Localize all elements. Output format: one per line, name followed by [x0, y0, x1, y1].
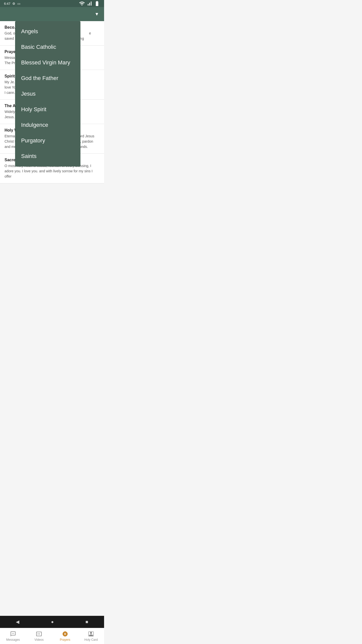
battery-icon — [94, 1, 100, 7]
dropdown-item-god-the-father[interactable]: God the Father — [15, 70, 80, 86]
status-left: 6:47 ⚙ ▭ — [4, 2, 20, 6]
signal-icon — [86, 1, 93, 7]
dropdown-item-purgatory[interactable]: Purgatory — [15, 133, 80, 148]
dropdown-item-saints[interactable]: Saints — [15, 148, 80, 164]
dropdown-item-blessed-virgin-mary[interactable]: Blessed Virgin Mary — [15, 55, 80, 70]
header: ▼ — [0, 7, 104, 21]
status-bar: 6:47 ⚙ ▭ — [0, 0, 104, 7]
wifi-icon — [79, 1, 85, 7]
dropdown-item-holy-spirit[interactable]: Holy Spirit — [15, 102, 80, 117]
dropdown-item-basic-catholic[interactable]: Basic Catholic — [15, 39, 80, 55]
dropdown-arrow-icon[interactable]: ▼ — [95, 12, 99, 17]
dropdown-item-indulgence[interactable]: Indulgence — [15, 117, 80, 133]
status-right — [79, 1, 100, 7]
category-dropdown: Angels Basic Catholic Blessed Virgin Mar… — [15, 21, 80, 167]
clipboard-icon: ▭ — [17, 2, 20, 6]
settings-icon: ⚙ — [12, 2, 15, 6]
time: 6:47 — [4, 2, 10, 6]
dropdown-item-angels[interactable]: Angels — [15, 24, 80, 39]
dropdown-item-jesus[interactable]: Jesus — [15, 86, 80, 102]
